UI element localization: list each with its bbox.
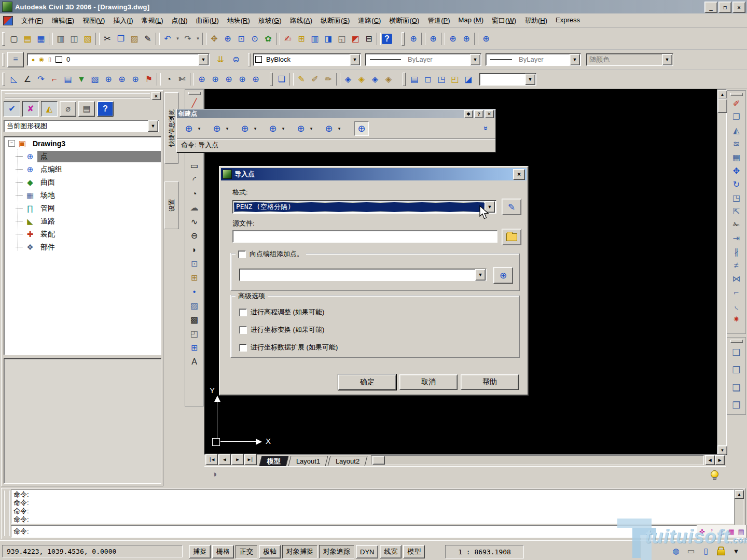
source-file-input[interactable]	[232, 230, 497, 243]
linetype-combo-arrow[interactable]: ▼	[470, 54, 480, 65]
browse-button[interactable]	[502, 229, 521, 245]
layer-combo[interactable]: ●◉▯ 0 ▼	[27, 53, 210, 66]
redo-icon[interactable]: ↷	[181, 32, 195, 46]
fillet-icon[interactable]: ◟	[729, 299, 744, 313]
zoom-previous-icon[interactable]: ⊙	[248, 32, 261, 46]
search-icon[interactable]: ⌀	[60, 101, 76, 117]
toolbar-grip[interactable]	[730, 340, 743, 343]
zoom-window-icon[interactable]: ⊡	[234, 32, 248, 46]
ime-keyboard-icon[interactable]: ▦	[727, 526, 736, 537]
dbconnect-icon[interactable]: ◩	[349, 32, 362, 46]
scale-readout[interactable]: 1 : 8693.1908	[445, 545, 524, 558]
tree-item[interactable]: ◆ 曲面	[4, 176, 161, 189]
dropdown-arrow-icon[interactable]: ▾	[308, 126, 315, 131]
dropdown-arrow-icon[interactable]: ▾	[252, 126, 259, 131]
named-viewport-icon[interactable]: ◰	[448, 73, 462, 86]
menu-item[interactable]: 视图(V)	[78, 15, 109, 27]
point-e-icon[interactable]: ⊕	[209, 73, 222, 86]
menu-item[interactable]: 点(N)	[168, 15, 192, 27]
create-point-group-button[interactable]: ⊕	[493, 267, 513, 284]
create-point-surface-icon[interactable]: ⊕ ▾	[238, 122, 259, 135]
insert-block-icon[interactable]: ⊡	[187, 257, 202, 271]
rectangle-icon[interactable]: ▭	[187, 159, 202, 173]
toolbar-grip[interactable]	[2, 53, 5, 66]
linetype-combo[interactable]: ByLayer ▼	[365, 53, 481, 66]
create-point-import-icon[interactable]: ⊕ ▾	[322, 122, 343, 135]
tab-layout2[interactable]: Layout2	[328, 456, 368, 466]
toolbar-grip[interactable]	[270, 73, 273, 86]
layer-previous-icon[interactable]: ⊜	[229, 53, 243, 66]
cp-help-button[interactable]: ?	[474, 110, 483, 118]
scroll-thumb[interactable]	[717, 99, 727, 113]
coordinate-readout[interactable]: 939.4223, 1039.4536, 0.0000	[2, 545, 183, 557]
match-properties-icon[interactable]: ✎	[141, 32, 155, 46]
bring-above-icon[interactable]: ❑	[729, 379, 744, 397]
measure-icon[interactable]: ✄	[175, 73, 189, 86]
point-group-combo-arrow[interactable]: ▼	[475, 269, 486, 281]
menu-item[interactable]: 路线(A)	[286, 15, 316, 27]
model-toggle[interactable]: 模型	[403, 545, 425, 558]
toolbar-grip[interactable]	[403, 73, 406, 86]
style-d-icon[interactable]: ◈	[382, 73, 395, 86]
erase-icon[interactable]: ✐	[729, 97, 744, 110]
style-a-icon[interactable]: ◈	[341, 73, 355, 86]
open-icon[interactable]: ▤	[21, 32, 34, 46]
edit-label-style-icon[interactable]: ✐	[308, 73, 322, 86]
rotate-icon[interactable]: ↻	[729, 178, 744, 191]
section-view-icon[interactable]: ▧	[88, 73, 102, 86]
alignment-tools-icon[interactable]: ↷	[34, 73, 48, 86]
region-icon[interactable]: ◰	[187, 327, 202, 341]
ellipse-arc-icon[interactable]: ◗	[187, 243, 202, 257]
create-point-manual-icon[interactable]: ⊕ ▾	[182, 122, 203, 135]
toolbar-overflow-icon[interactable]: »	[481, 126, 490, 130]
save-layout-icon[interactable]: ▤	[408, 73, 421, 86]
mirror-icon[interactable]: ◭	[729, 124, 744, 137]
color-combo[interactable]: ByBlock ▼	[253, 53, 361, 66]
copy-icon[interactable]: ❐	[729, 110, 744, 124]
ortho-toggle[interactable]: 正交	[236, 545, 257, 558]
create-point-station-icon[interactable]: ⊕ ▾	[210, 122, 231, 135]
layer-combo-arrow[interactable]: ▼	[198, 54, 209, 65]
profile-tools-icon[interactable]: ⌐	[48, 73, 61, 86]
line-icon[interactable]: ╱	[187, 96, 202, 110]
hatch-icon[interactable]: ▨	[187, 299, 202, 313]
close-button[interactable]: ×	[732, 2, 745, 13]
tree-collapse-icon[interactable]: −	[8, 140, 15, 147]
lineweight-combo[interactable]: ByLayer ▼	[486, 53, 581, 66]
object-viewer-icon[interactable]: ❏	[275, 73, 288, 86]
create-point-interpolate-icon[interactable]: ⊕ ▾	[266, 122, 287, 135]
menu-item[interactable]: 纵断面(S)	[316, 15, 354, 27]
tab-scrollbar[interactable]	[371, 455, 704, 465]
cmd-scroll-up-icon[interactable]: ▲	[735, 490, 744, 499]
otrack-toggle[interactable]: 对象追踪	[319, 545, 354, 558]
point-tool-icon[interactable]: ⊕	[294, 122, 308, 135]
scale-icon[interactable]: ◳	[729, 191, 744, 205]
prospector-toggle-icon[interactable]: ✔	[4, 101, 20, 117]
tray-blank-icon[interactable]: ▭	[685, 545, 697, 556]
menu-item[interactable]: 管道(P)	[423, 15, 454, 27]
style-editor-icon[interactable]: ✍	[281, 32, 295, 46]
scroll-up-icon[interactable]: ▲	[717, 90, 727, 99]
profile-view-icon[interactable]: ▤	[61, 73, 75, 86]
minimize-button[interactable]: _	[704, 2, 717, 13]
zoom-realtime-icon[interactable]: ⊕	[221, 32, 234, 46]
explode-icon[interactable]: ✷	[729, 313, 744, 326]
object-eye-icon[interactable]: ◔	[162, 73, 175, 86]
plotstyle-combo[interactable]: 随颜色 ▼	[586, 53, 673, 66]
dyn-toggle[interactable]: DYN	[356, 545, 378, 558]
toolbar-lock-icon[interactable]	[715, 545, 727, 556]
ime-menu-icon[interactable]: ▤	[737, 526, 745, 537]
break-at-point-icon[interactable]: ∦	[729, 245, 744, 259]
send-under-icon[interactable]: ❒	[729, 397, 744, 414]
point-tool-icon[interactable]: ⊕	[182, 122, 196, 135]
tab-scroll-left-icon[interactable]: ◀	[705, 455, 715, 465]
osnap-toggle[interactable]: 对象捕捉	[282, 545, 317, 558]
edit-settings-icon[interactable]: ✎	[295, 73, 308, 86]
tray-expand-icon[interactable]: ▾	[730, 545, 742, 556]
bring-to-front-icon[interactable]: ❏	[729, 344, 744, 361]
tab-layout1[interactable]: Layout1	[288, 456, 328, 466]
extend-icon[interactable]: ⇥	[729, 232, 744, 245]
grading-tools-icon[interactable]: ∠	[21, 73, 34, 86]
menu-item[interactable]: 窗口(W)	[488, 15, 520, 27]
array-icon[interactable]: ▦	[729, 151, 744, 164]
